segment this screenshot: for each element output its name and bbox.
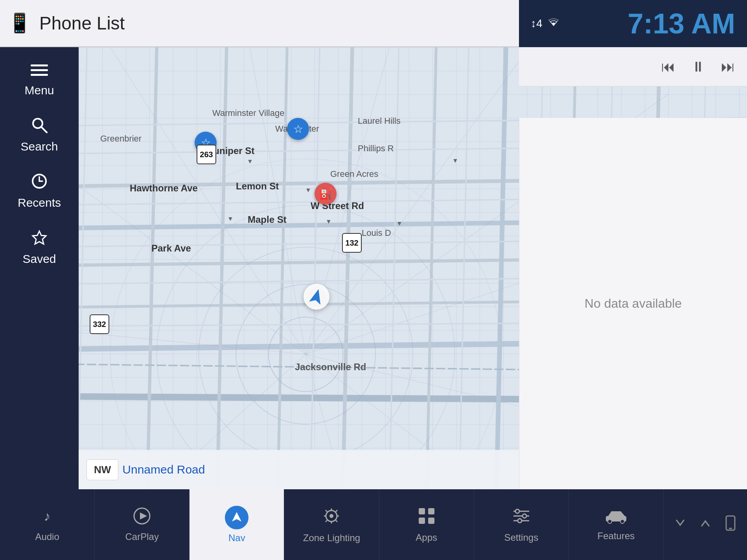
svg-point-75 [515, 509, 519, 513]
sidebar-item-search[interactable]: Search [4, 109, 75, 161]
svg-line-66 [336, 510, 337, 512]
recents-icon [31, 173, 48, 193]
pause-button[interactable]: ⏸ [691, 59, 705, 75]
svg-rect-70 [419, 518, 425, 524]
header-right: ↕4 7:13 AM [519, 0, 747, 47]
dir-arrow-6: ▼ [452, 157, 458, 164]
road-label-park: Park Ave [151, 243, 191, 254]
tab-carplay[interactable]: CarPlay [95, 489, 190, 560]
sidebar-item-recents[interactable]: Recents [4, 165, 75, 217]
settings-icon [512, 507, 531, 529]
svg-line-64 [326, 510, 327, 512]
tab-audio[interactable]: ♪ Audio [0, 489, 95, 560]
tab-carplay-label: CarPlay [125, 531, 159, 542]
svg-line-28 [250, 47, 306, 354]
svg-point-80 [620, 520, 624, 523]
next-button[interactable]: ⏭ [721, 59, 735, 75]
chevron-down-button[interactable] [672, 514, 689, 535]
sidebar-item-menu-label: Menu [24, 84, 54, 97]
svg-line-44 [79, 47, 87, 489]
phone-list-title: Phone List [39, 13, 125, 34]
svg-line-67 [326, 520, 327, 522]
audio-icon: ♪ [39, 507, 56, 528]
chevron-up-button[interactable] [697, 514, 714, 535]
svg-rect-82 [729, 528, 732, 529]
wifi-icon [546, 17, 561, 31]
current-location-arrow [303, 283, 330, 310]
sidebar-item-menu[interactable]: Menu [4, 55, 75, 105]
tab-zone-lighting[interactable]: Zone Lighting [284, 489, 379, 560]
road-label-maple: Maple St [248, 214, 287, 225]
svg-line-47 [459, 47, 469, 489]
road-label-lemon: Lemon St [236, 181, 279, 192]
dir-arrow-2: ▼ [305, 187, 311, 194]
sidebar-item-search-label: Search [20, 140, 58, 153]
right-panel: No data available [519, 118, 747, 489]
svg-line-16 [343, 47, 352, 489]
svg-line-4 [41, 127, 47, 132]
map-label-phillips: Phillips R [358, 143, 394, 154]
nav-circle-icon [225, 506, 248, 529]
road-label-hawthorne: Hawthorne Ave [130, 183, 198, 194]
time-display: 7:13 AM [628, 7, 735, 40]
favorite-marker-2[interactable]: ☆ [287, 118, 309, 140]
svg-line-18 [497, 47, 506, 489]
svg-line-65 [336, 520, 337, 522]
map-label-warminster-village: Warminster Village [212, 108, 275, 118]
sidebar-item-saved-label: Saved [22, 252, 56, 266]
sidebar: Menu Search Recents [0, 47, 79, 489]
phone-icon: 📱 [8, 12, 31, 34]
svg-rect-68 [419, 508, 425, 514]
dir-arrow-5: ▼ [396, 220, 403, 227]
zone-lighting-icon [322, 506, 341, 529]
svg-marker-6 [33, 231, 46, 244]
tab-settings-label: Settings [504, 532, 538, 543]
svg-line-27 [110, 47, 305, 354]
dir-arrow-3: ▼ [326, 218, 332, 225]
signal-bars-icon: ↕4 [531, 17, 543, 30]
tab-features-label: Features [598, 531, 635, 542]
direction-badge: NW [86, 459, 118, 480]
features-icon [604, 508, 628, 527]
map-label-greenbrier: Greenbrier [100, 134, 142, 144]
carplay-icon [133, 507, 151, 528]
svg-marker-56 [140, 512, 147, 520]
svg-rect-71 [428, 518, 434, 524]
svg-rect-0 [31, 64, 48, 66]
dir-arrow-4: ▼ [227, 215, 234, 222]
dir-arrow-1: ▼ [247, 158, 253, 165]
menu-icon [31, 63, 48, 81]
svg-text:♪: ♪ [44, 509, 51, 523]
tab-zone-lighting-label: Zone Lighting [303, 532, 360, 543]
map-label-laurel-hills: Laurel Hills [358, 116, 401, 126]
prev-button[interactable]: ⏮ [661, 59, 675, 75]
road-label-jacksonville: Jacksonville Rd [295, 362, 366, 373]
tab-nav[interactable]: Nav [190, 489, 284, 560]
highway-badge-263: 263 [197, 145, 216, 164]
sidebar-item-saved[interactable]: Saved [4, 221, 75, 274]
tab-settings[interactable]: Settings [474, 489, 569, 560]
highway-badge-332: 332 [90, 314, 109, 334]
svg-point-59 [329, 514, 333, 518]
svg-point-76 [523, 514, 526, 518]
signal-area: ↕4 [531, 17, 561, 31]
bottom-tab-bar: ♪ Audio CarPlay Nav [0, 489, 747, 560]
search-icon [31, 117, 48, 137]
tab-audio-label: Audio [35, 531, 59, 542]
tab-features[interactable]: Features [569, 489, 664, 560]
apps-icon [417, 507, 436, 529]
svg-point-79 [608, 520, 612, 523]
main-screen: 📱 Phone List ↕4 7:13 AM ⏮ ⏸ ⏭ Apple CarP… [0, 0, 747, 560]
svg-point-77 [518, 519, 522, 523]
gas-station-marker[interactable]: ⛽ [315, 183, 337, 205]
no-data-text: No data available [585, 296, 682, 311]
svg-rect-2 [31, 74, 48, 76]
tab-nav-label: Nav [228, 532, 245, 543]
highway-badge-132: 132 [342, 233, 362, 253]
svg-marker-57 [232, 512, 241, 521]
svg-line-13 [147, 47, 157, 489]
bottom-right-controls [664, 513, 747, 536]
tab-apps[interactable]: Apps [379, 489, 474, 560]
current-road-name: Unnamed Road [122, 463, 205, 476]
map-label-green-acres: Green Acres [330, 169, 378, 179]
